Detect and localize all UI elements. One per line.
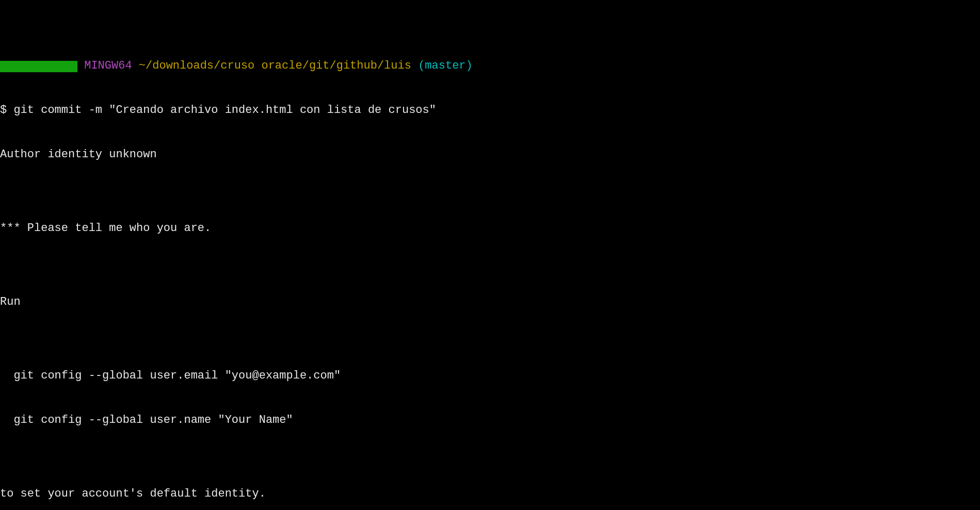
redacted-user [0, 61, 77, 72]
output-line: git config --global user.email "you@exam… [0, 369, 980, 384]
prompt-line: MINGW64 ~/downloads/cruso oracle/git/git… [0, 59, 980, 74]
output-line: *** Please tell me who you are. [0, 221, 980, 236]
path-label: ~/downloads/cruso oracle/git/github/luis [139, 59, 411, 72]
output-line: Author identity unknown [0, 147, 980, 162]
command-line: $ git commit -m "Creando archivo index.h… [0, 103, 980, 118]
output-line: Run [0, 295, 980, 310]
terminal-window[interactable]: MINGW64 ~/downloads/cruso oracle/git/git… [0, 0, 980, 510]
branch-label: (master) [418, 59, 473, 72]
mingw-label: MINGW64 [84, 59, 132, 72]
output-line: git config --global user.name "Your Name… [0, 413, 980, 428]
output-line: to set your account's default identity. [0, 487, 980, 502]
